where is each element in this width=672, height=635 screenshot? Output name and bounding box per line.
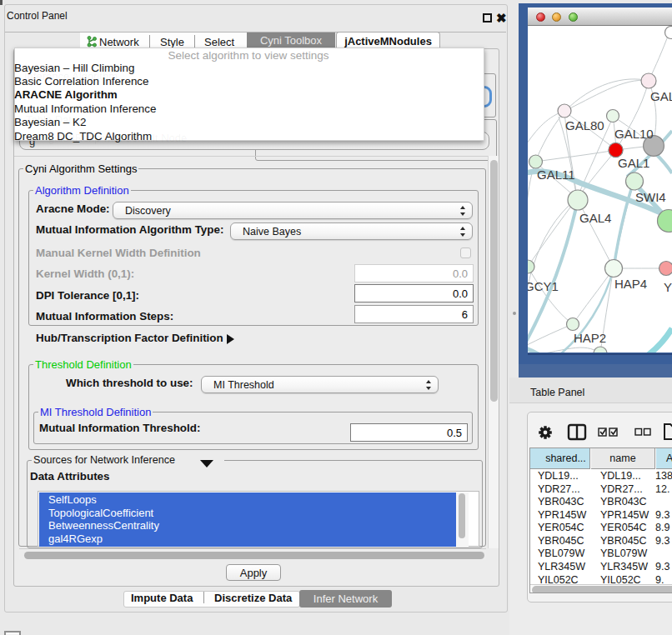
svg-text:Y: Y [664,280,672,294]
svg-text:GAL11: GAL11 [537,168,575,182]
svg-text:GCY1: GCY1 [528,279,559,293]
svg-text:GAL2: GAL2 [650,89,672,103]
svg-text:GAL10: GAL10 [614,127,654,141]
svg-text:HAP4: HAP4 [614,277,647,291]
svg-text:GAL80: GAL80 [565,118,604,132]
svg-text:HAP2: HAP2 [574,331,606,345]
svg-text:SWI4: SWI4 [635,190,666,204]
svg-text:GAL4: GAL4 [579,211,611,225]
svg-text:GAL1: GAL1 [618,156,649,170]
